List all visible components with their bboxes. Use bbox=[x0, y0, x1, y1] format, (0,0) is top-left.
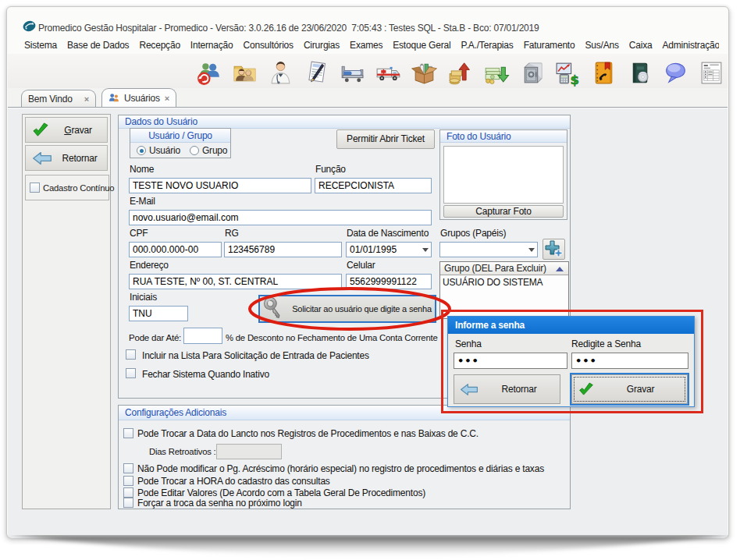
add-cross-icon bbox=[545, 240, 563, 258]
cadastro-continuo-checkbox[interactable] bbox=[30, 183, 40, 193]
menu-recepcao[interactable]: Recepção bbox=[139, 38, 180, 54]
editar-valores-label: Pode Editar Valores (De Acordo com a Tab… bbox=[137, 487, 425, 498]
permitir-ticket-button[interactable]: Permitir Abrir Ticket bbox=[336, 129, 435, 149]
menu-sistema[interactable]: Sistema bbox=[24, 38, 57, 54]
trocar-hora-label: Pode Trocar a HORA do cadastro das consu… bbox=[137, 476, 330, 487]
nome-label: Nome bbox=[130, 164, 154, 175]
tab-usuarios[interactable]: Usuários × bbox=[101, 88, 176, 107]
stock-up-icon[interactable] bbox=[446, 59, 474, 87]
nascimento-dropdown-icon[interactable] bbox=[422, 248, 429, 252]
retornar-button[interactable]: Retornar bbox=[25, 145, 108, 171]
celular-label: Celular bbox=[347, 260, 375, 271]
menu-pa-terapias[interactable]: P.A./Terapias bbox=[461, 38, 513, 54]
funcao-label: Função bbox=[315, 164, 346, 175]
redigite-input[interactable] bbox=[571, 353, 688, 369]
rg-input[interactable] bbox=[224, 242, 342, 257]
solicitar-senha-button[interactable]: Solicitar ao usuário que digite a senha bbox=[258, 295, 436, 323]
fechar-sistema-checkbox[interactable] bbox=[126, 368, 136, 378]
foto-usuario-header: Foto do Usuário bbox=[440, 130, 567, 143]
menu-estoque-geral[interactable]: Estoque Geral bbox=[393, 38, 450, 54]
grupos-dropdown-icon[interactable] bbox=[528, 248, 535, 252]
tipo-usuario-box: Usuário / Grupo Usuário Grupo bbox=[130, 128, 231, 158]
dialog-retornar-button[interactable]: Retornar bbox=[454, 374, 560, 404]
tab-bem-vindo[interactable]: Bem Vindo × bbox=[21, 90, 96, 107]
cadastro-continuo-label: Cadastro Contínuo bbox=[43, 183, 114, 193]
funcao-input[interactable] bbox=[315, 178, 432, 193]
desconto-input[interactable] bbox=[183, 328, 222, 344]
foto-preview bbox=[443, 146, 564, 204]
nascimento-label: Data de Nascimento bbox=[347, 228, 429, 239]
iniciais-label: Iniciais bbox=[130, 292, 157, 303]
window-title: Promedico Gestão Hospitalar - Promedico … bbox=[38, 23, 539, 34]
supplies-box-icon[interactable] bbox=[411, 59, 438, 87]
menu-base-de-dados[interactable]: Base de Dados bbox=[67, 38, 129, 54]
trocar-hora-checkbox[interactable] bbox=[123, 476, 133, 486]
chat-bubble-icon[interactable] bbox=[662, 59, 689, 87]
add-grupo-button[interactable] bbox=[543, 239, 565, 260]
radio-usuario-label: Usuário bbox=[149, 145, 180, 156]
endereco-label: Endereço bbox=[130, 260, 169, 271]
incluir-lista-checkbox[interactable] bbox=[126, 349, 136, 360]
menu-consultorios[interactable]: Consultórios bbox=[244, 38, 294, 54]
doctor-icon[interactable] bbox=[267, 59, 294, 87]
nome-input[interactable] bbox=[129, 178, 311, 193]
cpf-label: CPF bbox=[130, 228, 148, 239]
cadastro-continuo-panel: Cadastro Contínuo bbox=[25, 175, 109, 200]
ambulance-icon[interactable] bbox=[375, 59, 402, 87]
senha-input[interactable] bbox=[454, 353, 567, 369]
data-lancto-checkbox[interactable] bbox=[123, 428, 133, 438]
radio-usuario[interactable] bbox=[137, 146, 146, 155]
nascimento-input[interactable] bbox=[346, 242, 432, 257]
grupos-list-header[interactable]: Grupo (DEL Para Excluir) bbox=[440, 262, 568, 275]
data-lancto-label: Pode Trocar a Data do Lancto nos Registr… bbox=[137, 428, 479, 439]
menu-sus-ans[interactable]: Sus/Ans bbox=[585, 38, 618, 54]
cpf-input[interactable] bbox=[129, 242, 222, 257]
email-input[interactable] bbox=[129, 210, 432, 225]
tab-bem-vindo-close-icon[interactable]: × bbox=[84, 95, 89, 103]
editar-valores-checkbox[interactable] bbox=[123, 487, 133, 498]
forcar-senha-label: Forçar a troca da senha no próximo login bbox=[137, 498, 302, 509]
menu-faturamento[interactable]: Faturamento bbox=[524, 38, 575, 54]
desconto-prefix-label: Pode dar Até: bbox=[129, 333, 181, 342]
patients-folder-icon[interactable] bbox=[231, 59, 258, 87]
toolbar: $ bbox=[8, 54, 728, 88]
hospital-bed-icon[interactable] bbox=[339, 59, 366, 87]
menu-exames[interactable]: Exames bbox=[350, 38, 382, 54]
document-pen-icon[interactable] bbox=[303, 59, 330, 87]
menu-internacao[interactable]: Internação bbox=[190, 38, 233, 54]
dialog-gravar-button[interactable]: Gravar bbox=[571, 374, 688, 404]
endereco-input[interactable] bbox=[129, 274, 342, 289]
billing-calculator-icon[interactable]: $ bbox=[554, 59, 582, 87]
dados-usuario-header: Dados do Usuário bbox=[119, 115, 570, 129]
manual-book-icon[interactable] bbox=[626, 59, 653, 87]
email-label: E-Mail bbox=[130, 196, 155, 207]
phonebook-icon[interactable] bbox=[590, 59, 617, 87]
grupos-combo[interactable] bbox=[439, 242, 538, 257]
radio-grupo[interactable] bbox=[190, 146, 199, 155]
menu-administracao[interactable]: Administração bbox=[662, 38, 719, 54]
sync-users-icon[interactable] bbox=[195, 59, 222, 87]
dias-retroativos-input[interactable] bbox=[216, 444, 282, 459]
screenshot-stage: Promedico Gestão Hospitalar - Promedico … bbox=[0, 0, 740, 560]
menu-cirurgias[interactable]: Cirurgias bbox=[304, 38, 340, 54]
forcar-senha-checkbox[interactable] bbox=[123, 498, 133, 508]
dialog-gravar-label: Gravar bbox=[594, 384, 687, 395]
capturar-foto-button[interactable]: Capturar Foto bbox=[443, 205, 564, 218]
tab-strip: Bem Vindo × Usuários × bbox=[8, 88, 728, 108]
iniciais-input[interactable] bbox=[129, 306, 188, 321]
money-down-icon[interactable] bbox=[482, 59, 510, 87]
tab-usuarios-close-icon[interactable]: × bbox=[165, 94, 169, 102]
gravar-button[interactable]: Gravar bbox=[25, 117, 108, 143]
celular-input[interactable] bbox=[346, 274, 432, 289]
report-form-icon[interactable] bbox=[698, 59, 725, 87]
radio-grupo-label: Grupo bbox=[202, 145, 227, 156]
action-sidebar: Gravar Retornar Cadastro Contínuo bbox=[22, 114, 111, 509]
redigite-label: Redigite a Senha bbox=[571, 338, 641, 349]
app-window: Promedico Gestão Hospitalar - Promedico … bbox=[6, 6, 729, 538]
dialog-check-icon bbox=[578, 382, 594, 396]
menu-caixa[interactable]: Caixa bbox=[629, 38, 653, 54]
menu-bar: Sistema Base de Dados Recepção Internaçã… bbox=[7, 38, 719, 54]
pg-acrescimo-checkbox[interactable] bbox=[123, 463, 133, 473]
grupo-row-usuario-do-sistema[interactable]: USUÁRIO DO SISTEMA bbox=[440, 276, 568, 289]
safe-icon[interactable] bbox=[518, 59, 546, 87]
